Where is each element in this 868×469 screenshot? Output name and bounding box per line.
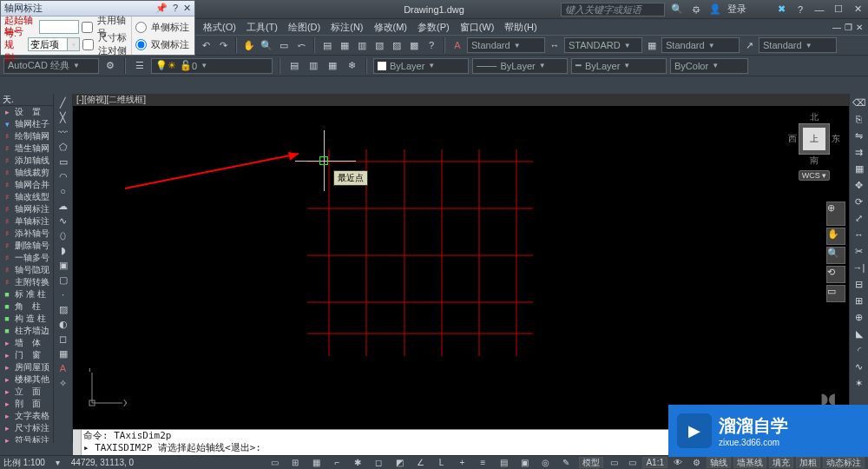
help-icon[interactable]: ? xyxy=(793,3,807,17)
sidebar-item[interactable]: ♯墙生轴网 xyxy=(0,142,53,155)
sidebar-item[interactable]: ■角 柱 xyxy=(0,301,53,313)
doc-minimize-icon[interactable]: — xyxy=(832,23,841,32)
offset-icon[interactable]: ⇉ xyxy=(851,144,868,160)
scale-dropdown-icon[interactable]: ▾ xyxy=(50,455,66,470)
spline-icon[interactable]: ∿ xyxy=(55,214,72,228)
sidebar-item[interactable]: ♯轴线裁剪 xyxy=(0,167,53,179)
chamfer-icon[interactable]: ◣ xyxy=(851,326,868,341)
menu-modify[interactable]: 修改(M) xyxy=(369,21,413,34)
tool-palettes-icon[interactable]: ▥ xyxy=(354,37,370,53)
point-icon[interactable]: · xyxy=(55,287,72,301)
axis-rule-select[interactable] xyxy=(28,37,68,51)
anno-scale[interactable]: A1:1 xyxy=(642,457,667,468)
quickview-drawings-icon[interactable]: ▭ xyxy=(624,455,640,470)
dimstyle-icon[interactable]: ↔ xyxy=(547,37,562,53)
tpy-icon[interactable]: ▤ xyxy=(496,455,511,470)
markup-icon[interactable]: ▨ xyxy=(389,37,404,53)
erase-icon[interactable]: ⌫ xyxy=(851,95,868,110)
fillet-icon[interactable]: ◜ xyxy=(851,342,868,358)
sidebar-item[interactable]: ▸门 窗 xyxy=(0,349,53,361)
zoom-prev-icon[interactable]: ⤺ xyxy=(293,37,309,53)
array-icon[interactable]: ▦ xyxy=(851,161,868,176)
pan-nav-icon[interactable]: ✋ xyxy=(826,228,845,245)
sidebar-item[interactable]: ♯一轴多号 xyxy=(0,252,53,264)
sidebar-item[interactable]: ■构 造 柱 xyxy=(0,313,53,325)
dialog-help-icon[interactable]: ? xyxy=(173,3,178,14)
menu-param[interactable]: 参数(P) xyxy=(412,21,455,34)
sidebar-item[interactable]: ♯单轴标注 xyxy=(0,215,53,228)
toggle-wall[interactable]: 墙基线 xyxy=(733,457,766,468)
sidebar-item[interactable]: ♯轴号隐现 xyxy=(0,264,53,276)
revcloud-icon[interactable]: ☁ xyxy=(55,199,72,213)
infer-icon[interactable]: ▭ xyxy=(266,455,282,470)
dyn-icon[interactable]: + xyxy=(454,455,470,470)
search-icon[interactable]: 🔍 xyxy=(670,3,684,17)
search-input[interactable]: 键入关键字或短语 xyxy=(561,3,665,17)
sidebar-item[interactable]: ▸房间屋顶 xyxy=(0,361,53,373)
pin-icon[interactable]: 📌 xyxy=(155,3,168,14)
scale-label[interactable]: 比例 1:100 xyxy=(3,457,45,469)
zoom-window-icon[interactable]: ▭ xyxy=(276,37,292,53)
mtext-icon[interactable]: A xyxy=(55,361,72,375)
trim-icon[interactable]: ✂ xyxy=(851,243,868,259)
sidebar-item[interactable]: ♯删除轴号 xyxy=(0,240,53,252)
pan-icon[interactable]: ✋ xyxy=(241,37,257,53)
sidebar-item[interactable]: ♯绘制轴网 xyxy=(0,130,53,142)
model-space-button[interactable]: 模型 xyxy=(579,457,603,468)
viewport-label[interactable]: [-][俯视][二维线框] xyxy=(73,94,849,106)
zoom-nav-icon[interactable]: 🔍 xyxy=(826,247,845,264)
close-icon[interactable]: ✕ xyxy=(851,3,865,17)
login-link[interactable]: 登录 xyxy=(727,3,746,16)
double-side-radio[interactable] xyxy=(135,39,147,50)
dim-align-checkbox[interactable] xyxy=(82,39,94,50)
mleaderstyle-select[interactable]: Standard▼ xyxy=(759,37,837,53)
chevron-down-icon[interactable]: ▾ xyxy=(68,37,80,51)
polyline-icon[interactable]: 〰 xyxy=(55,125,72,139)
tablestyle-icon[interactable]: ▦ xyxy=(644,37,660,53)
menu-draw[interactable]: 绘图(D) xyxy=(283,21,326,34)
sheet-set-icon[interactable]: ▧ xyxy=(372,37,387,53)
workspace-settings-icon[interactable]: ⚙ xyxy=(102,58,118,74)
dialog-close-icon[interactable]: ✕ xyxy=(183,3,191,14)
design-center-icon[interactable]: ▦ xyxy=(337,37,352,53)
sidebar-item[interactable]: ▸符号标注 xyxy=(0,434,53,443)
properties-icon[interactable]: ▤ xyxy=(319,37,335,53)
am-icon[interactable]: ✎ xyxy=(558,455,574,470)
orbit-nav-icon[interactable]: ⟲ xyxy=(826,266,845,283)
ducs-icon[interactable]: L xyxy=(433,455,449,470)
sidebar-item[interactable]: ▾轴网柱子 xyxy=(0,118,53,130)
plotstyle-combo[interactable]: ByColor▼ xyxy=(670,58,748,74)
break-icon[interactable]: ⊞ xyxy=(851,293,868,308)
showmotion-icon[interactable]: ▭ xyxy=(826,285,845,302)
wcs-badge[interactable]: WCS ▾ xyxy=(799,170,831,181)
osnap-icon[interactable]: ◻ xyxy=(371,455,386,470)
color-combo[interactable]: ByLayer▼ xyxy=(373,58,469,74)
ellipse-arc-icon[interactable]: ◗ xyxy=(55,243,72,257)
insert-block-icon[interactable]: ▣ xyxy=(55,258,72,272)
qp-icon[interactable]: ▣ xyxy=(516,455,532,470)
region-icon[interactable]: ◻ xyxy=(55,332,72,346)
doc-close-icon[interactable]: ✕ xyxy=(856,23,863,32)
mirror-icon[interactable]: ⇋ xyxy=(851,128,868,143)
sidebar-item[interactable]: ▸立 面 xyxy=(0,386,53,398)
tablestyle-select[interactable]: Standard▼ xyxy=(661,37,740,53)
layer-combo[interactable]: 💡 ☀ 🔓 0▼ xyxy=(151,58,273,74)
menu-format[interactable]: 格式(O) xyxy=(198,21,241,34)
sidebar-item[interactable]: ■标 准 柱 xyxy=(0,288,53,301)
redo-icon[interactable]: ↷ xyxy=(215,37,231,53)
viewcube[interactable]: 北 西 上 东 南 WCS ▾ xyxy=(788,111,840,181)
addselected-icon[interactable]: ✧ xyxy=(55,376,72,390)
sidebar-item[interactable]: ▸文字表格 xyxy=(0,410,53,422)
lineweight-combo[interactable]: ━ByLayer▼ xyxy=(571,58,667,74)
sidebar-item[interactable]: ♯轴网合并 xyxy=(0,179,53,191)
sidebar-item[interactable]: ▸剖 面 xyxy=(0,398,53,410)
sidebar-item[interactable]: ▸楼梯其他 xyxy=(0,373,53,386)
linetype-combo[interactable]: ───ByLayer▼ xyxy=(472,58,568,74)
mleaderstyle-icon[interactable]: ↗ xyxy=(741,37,757,53)
dimstyle-select[interactable]: STANDARD▼ xyxy=(564,37,642,53)
arc-icon[interactable]: ◠ xyxy=(55,169,72,183)
explode-icon[interactable]: ✶ xyxy=(851,375,868,391)
toggle-dyndim[interactable]: 动态标注 xyxy=(823,457,865,468)
user-icon[interactable]: 👤 xyxy=(708,3,722,17)
ortho-icon[interactable]: ⌐ xyxy=(329,455,345,470)
